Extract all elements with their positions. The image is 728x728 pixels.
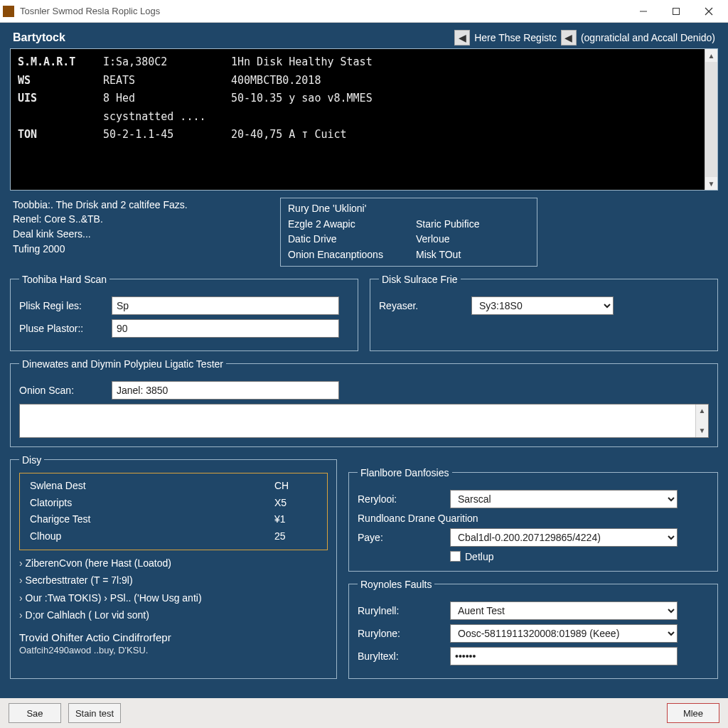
info-cell: Onion Enacanptioons [288, 247, 416, 263]
disy-key: Charigce Test [30, 511, 274, 528]
log-header: Bartytock ◀ Here Thse Registc ◀ (ognrati… [10, 30, 718, 48]
log-cell: 400MBCTB0.2018 [231, 72, 394, 90]
disy-table: Swlena DestCH ClatoriptsX5 Charigce Test… [19, 473, 328, 550]
hard-scan-group: Toohiba Hard Scan Plisk Regi les: Pluse … [10, 274, 358, 351]
disy-sub-title: Trovid Ohifter Actio Cindifrorfepr [19, 631, 328, 643]
scroll-up-icon[interactable]: ▲ [696, 405, 708, 417]
roynoles-f1-select[interactable]: Auent Test [450, 601, 678, 620]
disy-legend: Disy [19, 454, 44, 466]
roynoles-group: Roynoles Faults Rurylnell: Auent Test Ru… [348, 579, 718, 679]
roynoles-f3-label: Buryltexl: [358, 651, 450, 662]
disy-val: CH [274, 478, 317, 495]
disy-val: X5 [274, 495, 317, 512]
roynoles-legend: Roynoles Faults [358, 579, 434, 590]
hard-scan-field1-label: Plisk Regi les: [19, 300, 112, 311]
app-icon [3, 6, 14, 17]
log-nav-prev-1[interactable]: ◀ [454, 30, 470, 46]
scroll-track[interactable] [705, 62, 717, 177]
minimize-button[interactable] [627, 0, 660, 23]
list-item[interactable]: Secrbesttrater (T = 7l:9l) [19, 572, 328, 589]
tester-label: Onion Scan: [19, 385, 112, 396]
detlup-label: Detlup [465, 551, 493, 562]
scroll-down-icon[interactable]: ▼ [705, 177, 717, 190]
list-item[interactable]: ZiberenCvon (here Hast (Loatod) [19, 555, 328, 572]
info-block-left: Toobbia:. The Drisk and 2 caltifee Fazs.… [10, 198, 266, 267]
log-nav-prev-2[interactable]: ◀ [561, 30, 577, 46]
log-nav-label-2: (ognraticlal and Accall Denido) [581, 32, 715, 43]
scroll-down-icon[interactable]: ▼ [696, 424, 708, 437]
disy-key: Swlena Dest [30, 478, 274, 495]
flanbore-group: Flanlbore Danfosies Rerylooi: Sarscal Ru… [348, 467, 718, 572]
tester-legend: Dinewates and Diymin Polypieu Ligatic Te… [19, 358, 226, 370]
svg-rect-1 [673, 8, 680, 14]
info-cell: Misk TOut [416, 247, 530, 263]
log-console: S.M.A.R.TI:Sa,380C21Hn Disk Healthy Stas… [10, 48, 718, 191]
disy-val: 25 [274, 528, 317, 545]
log-cell: TON [18, 126, 103, 144]
log-cell: REATS [103, 72, 231, 90]
disy-key: Clatoripts [30, 495, 274, 512]
info-cell: Ezgle 2 Awapic [288, 217, 416, 232]
log-cell: S.M.A.R.T [18, 53, 103, 72]
disy-key: Clhoup [30, 528, 274, 545]
flanbore-f1-select[interactable]: Sarscal [450, 490, 678, 508]
surface-label: Reyaser. [379, 300, 471, 311]
log-nav-label-1: Here Thse Registc [474, 32, 557, 43]
flanbore-line2: Rundloanc Drane Quarition [358, 513, 709, 524]
flanbore-legend: Flanlbore Danfosies [358, 467, 452, 478]
hard-scan-field2-label: Pluse Plastor:: [19, 323, 112, 334]
flanbore-f2-label: Paye: [358, 532, 450, 543]
stain-test-button[interactable]: Stain test [68, 703, 121, 723]
log-cell: I:Sa,380C2 [103, 53, 231, 72]
log-cell: 50-10.35 y sao v8.MMES [231, 90, 394, 126]
log-cell: 1Hn Disk Healthy Stast [231, 53, 394, 72]
window-title: Tosnler Swmod Resla Roplic Logs [20, 6, 627, 16]
close-button[interactable] [692, 0, 725, 23]
footer-bar: Sae Stain test Mlee [0, 698, 728, 728]
tester-scrollbar[interactable]: ▲ ▼ [695, 405, 708, 437]
surface-group: Disk Sulrace Frie Reyaser. Sy3:18S0 [370, 274, 718, 351]
log-cell: UIS [18, 90, 103, 126]
log-table: S.M.A.R.TI:Sa,380C21Hn Disk Healthy Stas… [18, 53, 394, 144]
scroll-up-icon[interactable]: ▲ [705, 49, 717, 62]
roynoles-f1-label: Rurylnell: [358, 605, 450, 616]
info-right-title: Rury Dne 'Uklioni' [288, 201, 530, 217]
log-cell: 8 Hed scystnatted .... [103, 90, 231, 126]
hard-scan-legend: Toohiba Hard Scan [19, 274, 109, 285]
log-cell: 50-2-1.1-45 [103, 126, 231, 144]
info-line: Deal kink Seers... [13, 227, 263, 242]
info-line: Renel: Core S..&TB. [13, 212, 263, 227]
roynoles-f2-select[interactable]: Oosc-5811911320008:01989 (Keee) [450, 624, 678, 643]
list-item[interactable]: Our :Twa TOKIS) › PSl.. ('How Usg anti) [19, 589, 328, 607]
maximize-button[interactable] [660, 0, 692, 23]
disy-group: Disy Swlena DestCH ClatoriptsX5 Charigce… [10, 454, 337, 679]
detlup-checkbox[interactable] [450, 551, 461, 562]
flanbore-f1-label: Rerylooi: [358, 493, 450, 505]
mlee-button[interactable]: Mlee [667, 703, 719, 723]
disy-sub-small: Oatfcih2490awod ..buy, D'KSU. [19, 645, 328, 655]
flanbore-f2-select[interactable]: Cbal1dl-0.200.207129865/4224) [450, 528, 678, 547]
title-bar: Tosnler Swmod Resla Roplic Logs [0, 0, 728, 23]
info-cell: Staric Pubifice [416, 217, 530, 232]
log-scrollbar[interactable]: ▲ ▼ [705, 49, 717, 190]
roynoles-f2-label: Rurylone: [358, 628, 450, 639]
hard-scan-field2-input[interactable] [112, 319, 339, 338]
log-cell: WS [18, 72, 103, 90]
info-cell: Datic Drive [288, 232, 416, 247]
tester-input[interactable] [112, 381, 339, 400]
hard-scan-field1-input[interactable] [112, 296, 339, 315]
log-console-body: S.M.A.R.TI:Sa,380C21Hn Disk Healthy Stas… [11, 49, 705, 190]
surface-select[interactable]: Sy3:18S0 [471, 296, 614, 315]
disy-val: ¥1 [274, 511, 317, 528]
info-block-right: Rury Dne 'Uklioni' Ezgle 2 Awapic Staric… [280, 198, 537, 267]
list-item[interactable]: D;or Calhlach ( Lor vid sont) [19, 606, 328, 624]
log-section-label: Bartytock [13, 31, 454, 44]
roynoles-f3-input[interactable] [450, 647, 678, 665]
log-cell: 20-40,75 A т Cuict [231, 126, 394, 144]
info-cell: Verloue [416, 232, 530, 247]
surface-legend: Disk Sulrace Frie [379, 274, 461, 285]
info-line: Tufing 2000 [13, 242, 263, 257]
tester-textarea[interactable]: ▲ ▼ [19, 404, 709, 438]
save-button[interactable]: Sae [9, 703, 61, 723]
info-left-title: Toobbia:. The Drisk and 2 caltifee Fazs. [13, 199, 263, 210]
